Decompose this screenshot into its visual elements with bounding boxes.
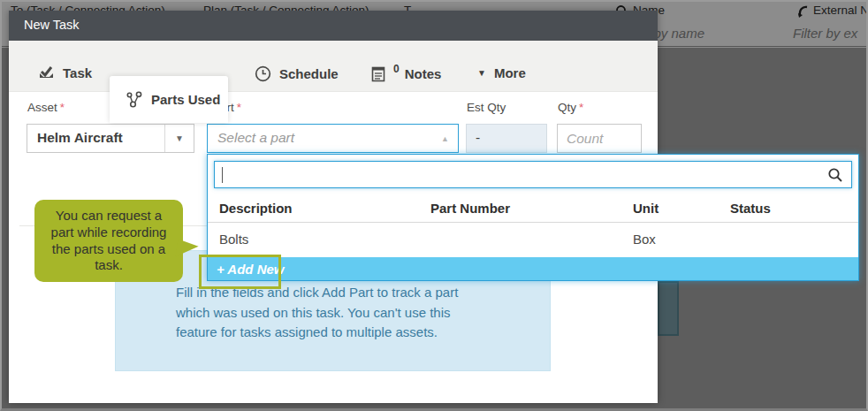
- est-qty-value: -: [476, 130, 480, 146]
- tab-more-label: More: [494, 65, 526, 80]
- task-check-icon: [38, 65, 55, 80]
- tab-schedule[interactable]: Schedule: [255, 65, 339, 82]
- asset-select-value: Helm Aircraft: [37, 130, 123, 146]
- modal-title: New Task: [24, 18, 80, 32]
- dropdown-row-bolts[interactable]: Bolts Box: [208, 223, 858, 257]
- tab-parts-used-label: Parts Used: [151, 92, 220, 107]
- col-part-number: Part Number: [430, 201, 510, 216]
- callout-highlight-rect: [199, 255, 281, 289]
- tab-notes[interactable]: 0 Notes: [371, 65, 441, 82]
- est-qty-label: Est Qty: [467, 101, 506, 114]
- asset-select-divider: [164, 125, 165, 152]
- row-description: Bolts: [219, 232, 248, 247]
- callout-tooltip-text: You can request a part while recording t…: [51, 208, 167, 272]
- dropdown-header-row: Description Part Number Unit Status: [208, 194, 858, 223]
- tab-schedule-label: Schedule: [279, 66, 339, 81]
- part-required-mark: *: [237, 101, 241, 114]
- tab-task[interactable]: Task: [38, 65, 92, 80]
- tab-more[interactable]: ▼ More: [477, 65, 526, 80]
- screenshot-frame: To (Task / Connecting Action) Plan (Task…: [0, 0, 868, 411]
- col-description: Description: [219, 201, 293, 216]
- asset-select[interactable]: Helm Aircraft ▼: [27, 124, 194, 153]
- qty-field[interactable]: [557, 124, 642, 153]
- modal-tabbar: Task Parts Used Schedule 0 Notes: [9, 41, 658, 92]
- clock-icon: [255, 65, 271, 82]
- notes-count-badge: 0: [393, 63, 400, 75]
- asset-select-arrow-icon: ▼: [175, 133, 184, 143]
- modal-header: New Task: [9, 11, 658, 41]
- search-icon: [827, 167, 843, 186]
- col-unit: Unit: [633, 201, 659, 216]
- asset-label: Asset*: [27, 101, 65, 114]
- part-select-arrow-icon: ▲: [441, 134, 449, 143]
- part-search-input[interactable]: [215, 162, 851, 187]
- parts-info-text: Fill in the fields and click Add Part to…: [176, 283, 490, 343]
- notepad-icon: [371, 65, 385, 82]
- est-qty-field: -: [466, 124, 547, 153]
- part-search-box[interactable]: [214, 161, 852, 188]
- qty-label: Qty*: [558, 101, 583, 114]
- row-unit: Box: [633, 232, 656, 247]
- part-select[interactable]: Select a part ▲: [207, 124, 459, 153]
- part-select-placeholder: Select a part: [217, 130, 294, 146]
- tab-task-label: Task: [63, 65, 92, 80]
- qty-input[interactable]: [558, 125, 641, 152]
- qty-required-mark: *: [579, 101, 583, 114]
- col-status: Status: [730, 201, 771, 216]
- tab-notes-label: Notes: [405, 66, 442, 81]
- parts-icon: [126, 91, 143, 109]
- text-cursor: [222, 167, 223, 183]
- tab-parts-used[interactable]: Parts Used: [110, 76, 228, 123]
- asset-required-mark: *: [60, 101, 65, 114]
- callout-tooltip: You can request a part while recording t…: [34, 200, 183, 282]
- add-new-option[interactable]: + Add New: [208, 257, 858, 280]
- chevron-down-icon: ▼: [477, 68, 486, 78]
- part-dropdown-panel: Description Part Number Unit Status Bolt…: [207, 154, 859, 281]
